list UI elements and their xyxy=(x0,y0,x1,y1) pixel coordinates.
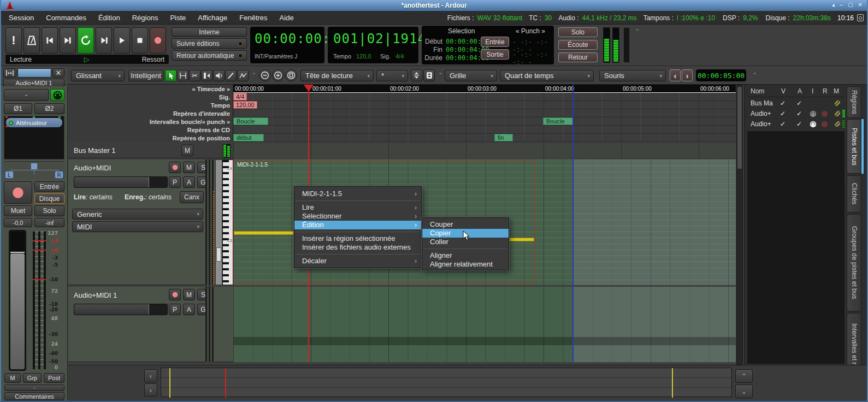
feedback-button[interactable]: Retour xyxy=(558,52,598,62)
menu-affichage[interactable]: Affichage xyxy=(198,14,227,22)
track2-rec-button[interactable] xyxy=(169,289,181,300)
zoom-fit-button[interactable] xyxy=(285,69,297,81)
track1-name[interactable]: Audio+MIDI xyxy=(74,164,111,172)
editor-vertical-scrollbar[interactable] xyxy=(736,85,743,365)
processor-led[interactable] xyxy=(9,121,13,125)
metering-point-button[interactable]: M xyxy=(4,373,21,383)
track2-region-area[interactable] xyxy=(233,287,573,362)
menu-piste[interactable]: Piste xyxy=(170,14,186,22)
track1-patch-dropdown[interactable]: Generic xyxy=(72,209,203,220)
menu-item-selectionner[interactable]: Sélectionner› xyxy=(294,212,421,221)
nudge-clock[interactable]: 00:00:05:00 xyxy=(696,69,746,81)
play-button[interactable] xyxy=(114,27,130,54)
scroll-down-button[interactable]: ⌄ xyxy=(735,385,753,398)
pan-widget[interactable]: L R xyxy=(4,161,64,180)
track1-rec-channels[interactable]: Enreg.: certains xyxy=(125,193,172,201)
goto-end-button[interactable] xyxy=(60,27,76,54)
visible-check-icon[interactable]: ✓ xyxy=(780,120,786,128)
punch-out-button[interactable]: Sortie xyxy=(481,49,509,60)
monitor-input-button[interactable]: Entrée xyxy=(34,181,64,192)
menu-item-decaler[interactable]: Décaler› xyxy=(294,257,421,265)
zoom-in-button[interactable] xyxy=(272,69,284,81)
grid-unit-dropdown[interactable]: Quart de temps xyxy=(500,70,594,81)
peak-display[interactable]: -inf xyxy=(34,218,64,227)
tab-regions[interactable]: Régions xyxy=(847,86,861,118)
track1-scroomer[interactable] xyxy=(215,159,222,285)
submenu-item-aligner[interactable]: Aligner xyxy=(422,251,509,260)
track1-playlist-button[interactable]: P xyxy=(169,176,181,188)
cut-tool-button[interactable]: ✂ xyxy=(189,70,200,81)
grab-tool-button[interactable] xyxy=(165,70,176,81)
scroll-up-button[interactable]: ⌃ xyxy=(735,369,753,383)
zoom-out-button[interactable] xyxy=(259,69,271,81)
rec-state-icon[interactable] xyxy=(822,111,828,117)
summary-scroll-right-button[interactable]: › xyxy=(144,383,157,397)
pan-right-button[interactable]: R xyxy=(55,171,63,179)
input-midi-icon[interactable] xyxy=(810,121,817,128)
ruler-label-timecode[interactable]: « Timecode » xyxy=(69,86,230,92)
track2-playlist-button[interactable]: P xyxy=(169,304,181,315)
strip-mute-button[interactable]: Muet xyxy=(4,205,32,216)
tempo-marker[interactable]: 120,00 xyxy=(233,101,257,109)
visible-check-icon[interactable]: ✓ xyxy=(780,110,786,117)
midi-panic-button[interactable]: ! xyxy=(5,27,22,54)
follow-edits-button[interactable]: Suivre éditions xyxy=(172,38,247,49)
menu-fenetres[interactable]: Fenêtres xyxy=(239,14,267,22)
active-check-icon[interactable]: ✓ xyxy=(796,110,802,117)
phase-1-button[interactable]: Ø1 xyxy=(4,103,32,114)
window-shade-icon[interactable]: ▴ xyxy=(832,2,835,8)
strip-solo-button[interactable]: Solo xyxy=(34,205,64,216)
column-nom[interactable]: Nom xyxy=(751,87,764,95)
strip-name-button[interactable]: Audio+MIDI 1 xyxy=(3,79,64,87)
summary-range-end-handle[interactable] xyxy=(672,368,673,398)
strip-close-button[interactable]: ✕ xyxy=(52,68,64,78)
mute-state-icon[interactable] xyxy=(835,100,840,106)
transport-options-chevron-icon[interactable]: ⌄ xyxy=(635,25,640,32)
strip-output-button[interactable]: - xyxy=(4,89,49,101)
input-midi-icon[interactable] xyxy=(810,110,817,117)
processor-box[interactable]: Atténuateur xyxy=(4,116,64,159)
menu-session[interactable]: Session xyxy=(9,14,34,22)
solo-global-button[interactable]: Solo xyxy=(558,27,598,37)
column-m[interactable]: M xyxy=(834,87,839,95)
toolbar-more-chevron-icon[interactable]: ⌄ xyxy=(752,69,757,76)
submenu-item-couper[interactable]: Couper xyxy=(422,220,509,229)
track-list-row[interactable]: Audio+ ✓ ✓ xyxy=(747,109,845,119)
visible-check-icon[interactable]: ✓ xyxy=(780,99,786,107)
draw-tool-button[interactable] xyxy=(237,70,249,81)
primary-clock[interactable]: 00:00:00:29 INT/Paramètres J xyxy=(250,27,324,63)
nudge-forward-button[interactable]: › xyxy=(682,69,693,81)
bus-mute-button[interactable]: M xyxy=(181,145,193,156)
range-tool-button[interactable] xyxy=(177,70,188,81)
pan-left-button[interactable]: L xyxy=(5,171,14,179)
bus-master-header[interactable]: Bus Master 1 M xyxy=(68,143,233,158)
window-close-icon[interactable]: ✕ xyxy=(858,2,863,8)
strip-record-button[interactable] xyxy=(4,181,32,204)
session-end-line[interactable] xyxy=(572,85,574,362)
ruler-label-interval-markers[interactable]: Repères d'intervalle xyxy=(69,110,230,117)
tab-pistes-et-bus[interactable]: Pistes et bus xyxy=(847,119,861,174)
ruler-label-position-markers[interactable]: Repères de position xyxy=(69,135,230,141)
zoom-more-chevron-icon[interactable]: ⌄ xyxy=(438,69,443,76)
menu-item-edition[interactable]: Édition› xyxy=(294,221,421,229)
edit-mode-dropdown[interactable]: Glissant xyxy=(71,70,125,81)
track1-mute-button[interactable]: M xyxy=(183,162,195,173)
track1-channel-dropdown[interactable]: MIDI xyxy=(72,221,203,232)
processor-fader-entry[interactable]: Atténuateur xyxy=(6,118,62,127)
summary-range-start-handle[interactable] xyxy=(169,368,170,398)
tab-cliches[interactable]: Clichés xyxy=(847,175,861,212)
column-a[interactable]: A xyxy=(798,87,802,95)
comments-button[interactable]: Commentaires xyxy=(4,392,64,400)
goto-start-button[interactable] xyxy=(42,27,58,54)
submenu-item-aligner-rel[interactable]: Aligner relativement xyxy=(422,260,509,269)
gain-fader[interactable] xyxy=(9,230,26,371)
fit-tracks-button[interactable] xyxy=(411,69,422,81)
menu-commandes[interactable]: Commandes xyxy=(46,14,86,22)
playback-mode-bar[interactable]: Lecture ▷ Ressort xyxy=(5,55,169,64)
lock-icon[interactable] xyxy=(857,14,864,21)
secondary-clock[interactable]: 001|02|1914 Tempo 120,0 Sig. 4/4 xyxy=(328,27,418,63)
metronome-button[interactable] xyxy=(23,27,40,54)
menu-item-inserer-region[interactable]: Insérer la région sélectionnée xyxy=(294,234,421,243)
column-i[interactable]: I xyxy=(812,87,813,95)
zoom-focus-dropdown[interactable]: Tête de lecture xyxy=(300,70,374,81)
